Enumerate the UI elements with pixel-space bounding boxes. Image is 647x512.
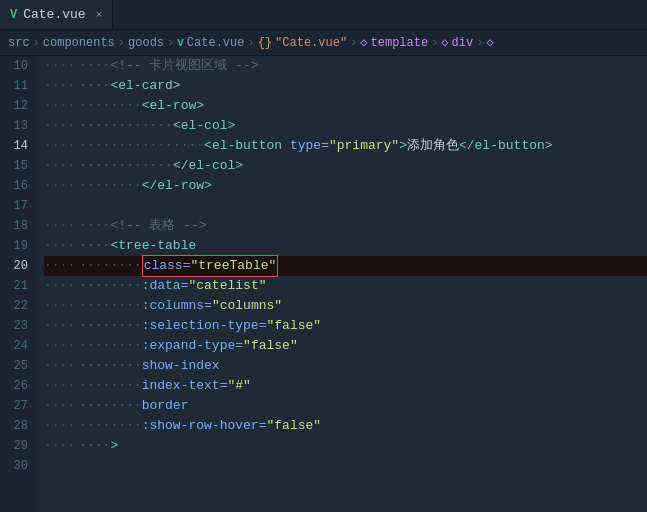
comment-10: <!-- 卡片视图区域 --> [110, 56, 258, 76]
bc-src: src [8, 36, 30, 50]
bc-template-label: template [371, 36, 429, 50]
bc-sep7: › [476, 36, 483, 50]
code-line-15: ················</el-col> [44, 156, 647, 176]
tag-el-button: <el-button [204, 136, 290, 156]
tab-label: Cate.vue [23, 7, 85, 22]
breadcrumb: src › components › goods › V Cate.vue › … [0, 30, 647, 56]
code-line-19: ········<tree-table [44, 236, 647, 256]
line-number-gutter: 10 11 12 13 14 15 16 17 18 19 20 21 22 2… [0, 56, 36, 512]
bc-div-label: div [452, 36, 474, 50]
vue-file-icon: V [10, 8, 17, 22]
ln-13: 13 [0, 116, 28, 136]
val-catelist: "catelist" [188, 276, 266, 296]
code-line-17 [44, 196, 647, 216]
ln-15: 15 [0, 156, 28, 176]
bc-div-icon: ◇ [441, 35, 448, 50]
ln-24: 24 [0, 336, 28, 356]
tag-el-row-close: </el-row> [142, 176, 212, 196]
ln-29: 29 [0, 436, 28, 456]
ln-12: 12 [0, 96, 28, 116]
code-editor: 10 11 12 13 14 15 16 17 18 19 20 21 22 2… [0, 56, 647, 512]
bc-goods: goods [128, 36, 164, 50]
line-numbers: 10 11 12 13 14 15 16 17 18 19 20 21 22 2… [0, 56, 36, 476]
attr-border: border [142, 396, 189, 416]
ln-26: 26 [0, 376, 28, 396]
val-hash: "#" [227, 376, 250, 396]
tab-cate-vue[interactable]: V Cate.vue × [0, 0, 113, 29]
tag-el-col-close: </el-col> [173, 156, 243, 176]
ln-14: 14 [0, 136, 28, 156]
attr-show-row-hover: :show-row-hover= [142, 416, 267, 436]
code-line-16: ············</el-row> [44, 176, 647, 196]
bc-templ-icon1: ◇ [360, 35, 367, 50]
code-line-20: ············class="treeTable" [44, 256, 647, 276]
code-line-13: ················<el-col> [44, 116, 647, 136]
bc-trail-icon: ◇ [486, 35, 493, 50]
code-content[interactable]: ········<!-- 卡片视图区域 --> ········<el-card… [36, 56, 647, 512]
code-line-12: ············<el-row> [44, 96, 647, 116]
bc-sep5: › [350, 36, 357, 50]
val-columns: "columns" [212, 296, 282, 316]
tag-close-gt: > [110, 436, 118, 456]
attr-class-box: class="treeTable" [142, 255, 279, 277]
ln-16: 16 [0, 176, 28, 196]
attr-index-text: index-text= [142, 376, 228, 396]
comment-18: <!-- 表格 --> [110, 216, 206, 236]
code-line-26: ············index-text="#" [44, 376, 647, 396]
tag-tree-table: <tree-table [110, 236, 196, 256]
ln-27: 27 [0, 396, 28, 416]
tab-close-button[interactable]: × [96, 9, 103, 21]
code-line-24: ············:expand-type="false" [44, 336, 647, 356]
bc-filename: Cate.vue [187, 36, 245, 50]
code-line-18: ········<!-- 表格 --> [44, 216, 647, 236]
ln-22: 22 [0, 296, 28, 316]
ln-10: 10 [0, 56, 28, 76]
attr-type: type= [290, 136, 329, 156]
bc-cate-str: "Cate.vue" [275, 36, 347, 50]
attr-data: :data= [142, 276, 189, 296]
code-line-25: ············show-index [44, 356, 647, 376]
tag-el-row: <el-row> [142, 96, 204, 116]
ln-21: 21 [0, 276, 28, 296]
bc-sep6: › [431, 36, 438, 50]
code-line-27: ············border [44, 396, 647, 416]
code-lines: ········<!-- 卡片视图区域 --> ········<el-card… [44, 56, 647, 456]
val-expand-false: "false" [243, 336, 298, 356]
bc-vue-icon: V [177, 37, 184, 49]
ln-25: 25 [0, 356, 28, 376]
attr-expand-type: :expand-type= [142, 336, 243, 356]
bc-sep2: › [118, 36, 125, 50]
ln-23: 23 [0, 316, 28, 336]
code-line-28: ············:show-row-hover="false" [44, 416, 647, 436]
tab-bar: V Cate.vue × [0, 0, 647, 30]
val-selection-false: "false" [266, 316, 321, 336]
tag-el-button-close1: > [399, 136, 407, 156]
bc-components: components [43, 36, 115, 50]
code-line-23: ············:selection-type="false" [44, 316, 647, 336]
bc-obj-icon: {} [258, 36, 272, 50]
tag-el-card: <el-card> [110, 76, 180, 96]
code-line-21: ············:data="catelist" [44, 276, 647, 296]
attr-show-index: show-index [142, 356, 220, 376]
code-line-29: ········> [44, 436, 647, 456]
val-hover-false: "false" [266, 416, 321, 436]
val-primary: "primary" [329, 136, 399, 156]
tag-el-col-open: <el-col> [173, 116, 235, 136]
attr-columns: :columns= [142, 296, 212, 316]
bc-sep3: › [167, 36, 174, 50]
btn-text: 添加角色 [407, 136, 459, 156]
bc-sep4: › [247, 36, 254, 50]
code-line-14: ····················<el-button type="pri… [44, 136, 647, 156]
val-treeTable: "treeTable" [190, 258, 276, 273]
code-line-22: ············:columns="columns" [44, 296, 647, 316]
ln-17: 17 [0, 196, 28, 216]
tag-el-button-end: </el-button> [459, 136, 553, 156]
ln-20: 20 [0, 256, 28, 276]
bc-sep1: › [33, 36, 40, 50]
ln-11: 11 [0, 76, 28, 96]
attr-selection-type: :selection-type= [142, 316, 267, 336]
code-line-11: ········<el-card> [44, 76, 647, 96]
code-line-10: ········<!-- 卡片视图区域 --> [44, 56, 647, 76]
ln-18: 18 [0, 216, 28, 236]
ln-19: 19 [0, 236, 28, 256]
